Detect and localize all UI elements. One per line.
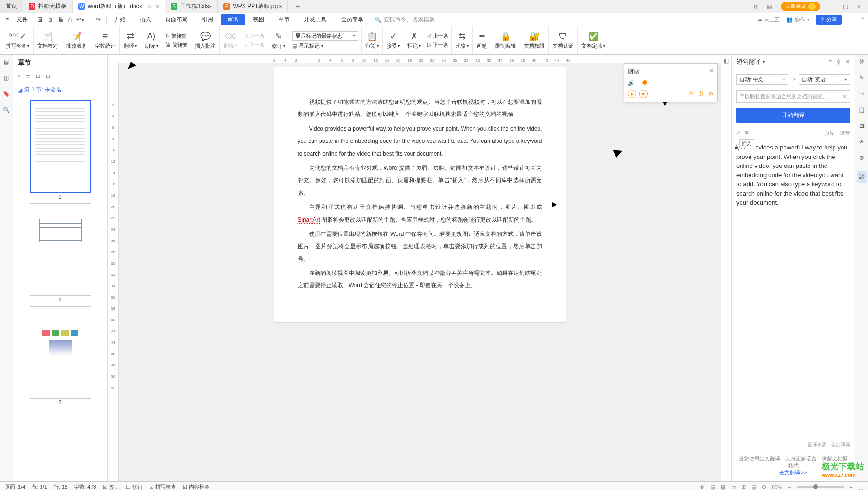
menu-review[interactable]: 审阅 <box>221 14 245 25</box>
stop-button[interactable]: ■ <box>639 90 648 98</box>
status-words[interactable]: 字数: 473 <box>74 483 96 490</box>
trans-export-icon[interactable]: ↗ <box>736 130 741 137</box>
rr-edit-icon[interactable]: ✎ <box>860 75 864 81</box>
rr-settings-icon[interactable]: ⚙ <box>859 155 864 161</box>
bookmark-icon[interactable]: 🔖 <box>3 91 10 97</box>
trans-settings[interactable]: 设置 <box>840 130 850 137</box>
rib-wordcount[interactable]: ≡字数统计 <box>91 26 120 54</box>
clear-icon[interactable]: ✕ <box>843 93 847 100</box>
trans-collapse-icon[interactable]: ◧ <box>724 58 729 64</box>
status-page[interactable]: 页面: 1/4 <box>5 483 25 490</box>
read-close-icon[interactable]: ✕ <box>709 67 714 75</box>
lang-from[interactable]: 自动: 中文▾ <box>736 74 788 85</box>
view-icon-1[interactable]: 👁 <box>699 484 705 490</box>
view-icon-5[interactable]: ⊞ <box>742 484 746 490</box>
full-translate-link[interactable]: 全文翻译 >> <box>779 470 808 475</box>
menu-insert[interactable]: 插入 <box>133 14 158 25</box>
trans-pin-icon[interactable]: ⚲ <box>836 58 841 65</box>
combo-markup-state[interactable]: 显示标记的最终状态▾ <box>292 31 358 41</box>
rib-revise[interactable]: ✎修订▾ <box>268 26 289 54</box>
view-icon-6[interactable]: ▤ <box>751 484 756 490</box>
thumb-2[interactable] <box>30 203 91 296</box>
close-icon[interactable]: ✕ <box>155 4 159 9</box>
play-button[interactable]: ▶ <box>628 90 636 98</box>
menu-view[interactable]: 视图 <box>246 14 271 25</box>
rib-read[interactable]: A⟩朗读▾ <box>141 26 162 54</box>
lang-to[interactable]: 自动: 英语▾ <box>799 74 851 85</box>
expand-icon[interactable]: ⌃ <box>860 17 865 23</box>
rib-review[interactable]: 📋审阅▾ <box>362 26 383 54</box>
rib-approve[interactable]: 📝批改服务 <box>62 26 91 54</box>
rib-comment[interactable]: 💬插入批注 <box>191 26 220 54</box>
rib-translate[interactable]: ⇄翻译▾ <box>120 26 141 54</box>
tab-templates[interactable]: D找稻壳模板 <box>23 0 73 13</box>
zoom-slider[interactable] <box>797 486 844 488</box>
read-speed-icon[interactable]: ⏱ <box>698 91 704 97</box>
ruler-vertical[interactable]: 2468101214161820222426283032343638404244… <box>108 63 119 481</box>
rib-reject[interactable]: ✗拒绝▾ <box>404 26 424 54</box>
rib-trad2simp[interactable]: ↻繁转简 <box>165 33 188 40</box>
outline-icon[interactable]: ▤ <box>4 58 9 65</box>
status-row[interactable]: 行: 15 <box>54 483 67 490</box>
trans-copy-icon[interactable]: ⧉ <box>745 130 749 137</box>
maximize-button[interactable]: ▢ <box>843 3 848 10</box>
tab-word-doc[interactable]: Wword教程（新）.docx✕ <box>73 0 165 13</box>
file-menu[interactable]: 文件 <box>13 15 32 25</box>
login-button[interactable]: 立即登录 <box>781 2 820 11</box>
status-section[interactable]: 节: 1/1 <box>32 483 47 490</box>
rr-clipboard-icon[interactable]: 📋 <box>858 107 865 113</box>
grid-icon[interactable]: ▦ <box>767 3 772 10</box>
ch-tool-1[interactable]: ▫ <box>18 73 20 79</box>
zoom-out[interactable]: − <box>788 484 791 490</box>
rib-show-markup[interactable]: ▤ 显示标记▾ <box>292 42 358 50</box>
rr-gallery-icon[interactable]: 🖼 <box>859 123 865 129</box>
preview-icon[interactable]: ⎙ <box>68 17 72 23</box>
rib-auth[interactable]: 🛡文档认证 <box>549 26 578 54</box>
rib-accept[interactable]: ✓接受▾ <box>383 26 404 54</box>
status-revise[interactable]: ☐ 修订 <box>126 483 143 490</box>
tab-home[interactable]: 首页 <box>0 0 23 13</box>
search-side-icon[interactable]: 🔍 <box>3 107 10 113</box>
rib-perm[interactable]: 🔐文档权限 <box>520 26 549 54</box>
rr-select-icon[interactable]: ▭ <box>859 91 864 97</box>
view-icon-3[interactable]: ▦ <box>721 484 725 490</box>
undo-icon[interactable]: ↶▾ <box>76 17 84 23</box>
rib-docproof[interactable]: 📄文档校对 <box>34 26 62 54</box>
search-box[interactable]: 🔍查找命令、搜索模板 <box>375 16 435 24</box>
ch-tool-4[interactable]: ⊟ <box>46 73 50 79</box>
overflow-icon[interactable]: ⋮ <box>848 17 854 23</box>
swap-icon[interactable]: ⇄ <box>791 76 796 83</box>
thumb-3[interactable] <box>30 306 91 399</box>
fullscreen-icon[interactable]: ⛶ <box>858 484 863 490</box>
menu-reference[interactable]: 引用 <box>195 14 220 25</box>
hamburger-icon[interactable]: ≡ <box>3 17 12 23</box>
tab-ppt[interactable]: PWPS PPT教程.pptx <box>218 0 288 13</box>
shapes-icon[interactable]: ◫ <box>4 75 9 81</box>
rr-translate-icon[interactable]: 語 <box>857 171 867 183</box>
collab-button[interactable]: 👥协作▾ <box>786 16 809 23</box>
translate-button[interactable]: 开始翻译 <box>736 108 850 123</box>
trans-close-icon[interactable]: ✕ <box>845 58 850 65</box>
menu-chapter[interactable]: 章节 <box>272 14 296 25</box>
status-insert[interactable]: ☑ 改… <box>103 483 119 490</box>
menu-start[interactable]: 开始 <box>108 14 132 25</box>
rib-prev-change[interactable]: ◁ 上一条 <box>427 33 448 40</box>
tab-xlsx[interactable]: S工作簿3.xlsx <box>165 0 218 13</box>
read-settings-icon[interactable]: ⚙ <box>708 91 714 97</box>
rib-delete[interactable]: ⌫删除▾ <box>220 26 241 54</box>
rib-spellcheck[interactable]: ᵃᵇᶜ✓拼写检查▾ <box>2 26 34 54</box>
rib-restrict[interactable]: 🔒限制编辑 <box>491 26 520 54</box>
read-loop-icon[interactable]: ↻ <box>689 91 693 97</box>
rib-next-comment[interactable]: ▷ 下一条 <box>244 42 265 49</box>
menu-vip[interactable]: 会员专享 <box>334 14 370 25</box>
thumb-1[interactable] <box>30 100 91 193</box>
menu-devtools[interactable]: 开发工具 <box>297 14 333 25</box>
status-content[interactable]: ☑ 内容检查 <box>183 483 210 490</box>
ruler-horizontal[interactable]: 6422468101214161820222426283032343638404… <box>108 55 721 63</box>
rib-simp2trad[interactable]: 简简转繁 <box>165 42 188 49</box>
trans-source-input[interactable]: 字以联机搜索最适合您的文档的视频。✕ <box>736 90 850 103</box>
view-icon-2[interactable]: ▤ <box>710 484 715 490</box>
trans-report[interactable]: 报错 <box>825 130 835 137</box>
zoom-reset-icon[interactable]: ⊙ <box>762 484 766 490</box>
menu-layout[interactable]: 页面布局 <box>159 14 194 25</box>
